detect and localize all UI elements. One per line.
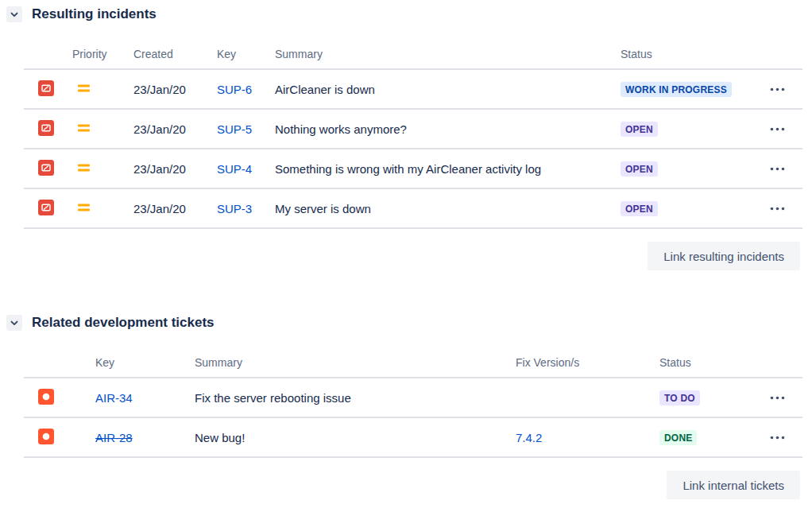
incidents-actions-row: Link resulting incidents [0,242,800,270]
issue-summary: Nothing works anymore? [275,122,621,136]
more-actions-icon [770,167,785,171]
issue-key-link[interactable]: AIR-28 [95,431,195,444]
issue-summary: Something is wrong with my AirCleaner ac… [275,162,621,176]
column-header-summary: Summary [195,356,516,369]
page-title: Resulting incidents [32,6,157,22]
row-actions-button[interactable] [765,428,789,447]
more-actions-icon [770,127,785,131]
column-header-summary: Summary [275,48,621,60]
table-row: 23/Jan/20 SUP-4 Something is wrong with … [24,149,802,189]
status-badge: OPEN [621,161,658,176]
priority-medium-icon [77,122,133,136]
priority-medium-icon [77,83,133,96]
more-actions-icon [770,436,785,440]
status-badge: DONE [659,430,697,445]
bug-icon [38,389,95,407]
more-actions-icon [770,207,785,211]
resulting-incidents-section: Resulting incidents Priority Created Key… [0,0,812,270]
issue-key-link[interactable]: SUP-5 [217,122,275,136]
issue-summary: New bug! [195,431,516,444]
created-date: 23/Jan/20 [133,83,217,96]
fix-version-link[interactable]: 7.4.2 [516,431,659,444]
created-date: 23/Jan/20 [133,122,217,136]
table-row: 23/Jan/20 SUP-5 Nothing works anymore? O… [24,110,802,149]
column-header-created: Created [133,48,217,60]
column-header-key: Key [217,48,275,60]
link-resulting-incidents-button[interactable]: Link resulting incidents [648,242,800,270]
created-date: 23/Jan/20 [133,162,217,176]
issue-key-link[interactable]: SUP-3 [217,202,275,215]
column-header-status: Status [659,356,765,369]
collapse-resulting-incidents-button[interactable] [6,6,22,22]
priority-medium-icon [77,162,133,176]
related-dev-tickets-header: Related development tickets [0,308,812,337]
table-row: 23/Jan/20 SUP-3 My server is down OPEN [24,189,802,229]
row-actions-button[interactable] [765,80,789,99]
bug-icon [38,429,95,447]
chevron-down-icon [9,317,20,328]
status-badge: OPEN [621,201,658,216]
incident-icon [38,160,72,178]
incident-icon [38,80,72,99]
more-actions-icon [770,396,785,400]
column-header-priority: Priority [72,48,133,60]
status-badge: WORK IN PROGRESS [621,82,732,97]
table-row: AIR-34 Fix the server rebooting issue TO… [24,378,802,418]
row-actions-button[interactable] [765,119,789,138]
dev-tickets-table: Key Summary Fix Version/s Status AIR-34 … [24,337,802,458]
dev-tickets-actions-row: Link internal tickets [0,471,800,499]
section-title: Related development tickets [32,315,215,331]
column-header-key: Key [95,356,195,369]
table-row: 23/Jan/20 SUP-6 AirCleaner is down WORK … [24,70,802,110]
table-row: AIR-28 New bug! 7.4.2 DONE [24,418,802,458]
status-badge: OPEN [621,122,658,137]
created-date: 23/Jan/20 [133,202,217,215]
row-actions-button[interactable] [765,159,789,178]
collapse-dev-tickets-button[interactable] [6,315,22,331]
related-dev-tickets-section: Related development tickets Key Summary … [0,308,812,499]
resulting-incidents-header: Resulting incidents [0,0,812,29]
chevron-down-icon [9,9,20,20]
link-internal-tickets-button[interactable]: Link internal tickets [667,471,800,499]
incident-icon [38,120,72,138]
more-actions-icon [770,87,785,91]
issue-summary: My server is down [275,202,621,215]
issue-summary: Fix the server rebooting issue [195,391,516,405]
column-header-status: Status [621,48,765,60]
priority-medium-icon [77,202,133,215]
incidents-table: Priority Created Key Summary Status 23/J… [24,29,802,229]
row-actions-button[interactable] [765,388,789,407]
column-header-fix-versions: Fix Version/s [516,356,659,369]
row-actions-button[interactable] [765,199,789,218]
issue-key-link[interactable]: SUP-4 [217,162,275,176]
status-badge: TO DO [659,390,700,405]
issue-summary: AirCleaner is down [275,83,621,96]
issue-key-link[interactable]: AIR-34 [95,391,195,405]
dev-tickets-table-header: Key Summary Fix Version/s Status [24,337,802,378]
incidents-table-header: Priority Created Key Summary Status [24,29,802,70]
incident-icon [38,200,72,218]
issue-key-link[interactable]: SUP-6 [217,83,275,96]
